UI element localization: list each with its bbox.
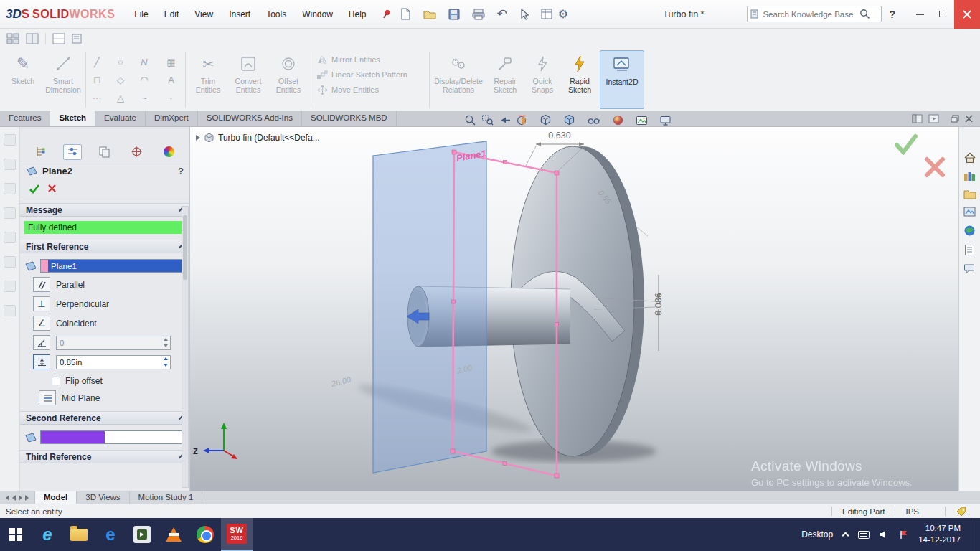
point-tool[interactable]: ⋯	[88, 89, 112, 107]
spline-tool[interactable]: N	[136, 53, 159, 71]
options-gear-icon[interactable]: ⚙	[556, 7, 577, 22]
tab-scroll-buttons[interactable]	[0, 491, 35, 504]
rapid-sketch-button[interactable]: Rapid Sketch	[560, 50, 600, 109]
quick-snaps-button[interactable]: Quick Snaps	[525, 50, 560, 109]
dimxpertmanager-tab[interactable]	[128, 144, 146, 160]
second-reference-selection-box[interactable]	[40, 430, 184, 444]
second-reference-header[interactable]: Second Reference	[20, 411, 189, 425]
confirm-ok-icon[interactable]	[894, 133, 918, 155]
undo-icon[interactable]: ↶	[495, 6, 516, 22]
fillet-tool[interactable]: ~	[136, 89, 159, 107]
zoom-fit-icon[interactable]	[463, 113, 478, 127]
line-tool[interactable]: ╱	[88, 53, 112, 71]
apply-scene-icon[interactable]	[634, 114, 656, 127]
pane-right-icon[interactable]	[928, 114, 939, 123]
show-hidden-icons-chevron[interactable]	[842, 532, 849, 540]
smart-dimension-button[interactable]: Smart Dimension	[43, 50, 83, 109]
custom-properties-icon[interactable]	[964, 244, 975, 256]
forum-icon[interactable]	[963, 263, 976, 274]
linear-pattern-button[interactable]: Linear Sketch Pattern	[314, 70, 427, 80]
left-toolbar-icon[interactable]	[4, 232, 16, 243]
left-toolbar-icon[interactable]	[4, 134, 16, 146]
open-icon[interactable]	[421, 7, 445, 21]
left-toolbar-icon[interactable]	[4, 207, 16, 219]
mirror-entities-button[interactable]: Mirror Entities	[314, 55, 427, 65]
tree-expand-icon[interactable]	[196, 135, 200, 141]
offset-distance-input[interactable]	[57, 356, 161, 369]
file-explorer-taskbar-icon[interactable]	[63, 518, 95, 551]
circle-tool[interactable]: ○	[112, 53, 136, 71]
pane-left-icon[interactable]	[912, 114, 923, 123]
left-toolbar-icon[interactable]	[4, 281, 16, 292]
convert-entities-button[interactable]: Convert Entities	[228, 50, 268, 109]
annotation-icon[interactable]	[70, 32, 87, 46]
viewports-icon[interactable]	[4, 32, 22, 46]
sketch-button[interactable]: ✎ Sketch	[3, 50, 43, 109]
tab-mbd[interactable]: SOLIDWORKS MBD	[302, 111, 397, 126]
minimize-button[interactable]	[908, 0, 931, 29]
offset-distance-field[interactable]	[56, 355, 171, 369]
taskbar-clock[interactable]: 10:47 PM 14-12-2017	[918, 523, 961, 545]
tab-motion-study[interactable]: Motion Study 1	[130, 491, 203, 504]
vlc-icon[interactable]	[158, 518, 189, 551]
panel-help-button[interactable]: ?	[178, 166, 184, 176]
view-settings-icon[interactable]	[658, 114, 679, 127]
tab-evaluate[interactable]: Evaluate	[95, 111, 146, 126]
tag-icon[interactable]	[956, 507, 967, 517]
confirm-cancel-icon[interactable]	[924, 156, 946, 178]
hide-show-items-icon[interactable]	[585, 114, 608, 126]
solidworks-taskbar-icon[interactable]: SW2016	[221, 518, 253, 551]
appearances-icon[interactable]	[963, 225, 976, 237]
close-button[interactable]	[954, 0, 980, 29]
search-input[interactable]	[761, 9, 857, 19]
select-cursor-icon[interactable]	[517, 7, 537, 22]
drawing-sheet-icon[interactable]	[50, 32, 67, 46]
show-desktop-button[interactable]	[971, 518, 974, 551]
pattern-tool[interactable]: ▦	[159, 53, 183, 71]
start-button[interactable]	[0, 518, 32, 551]
text-tool[interactable]: A	[159, 71, 183, 89]
featuremanager-tab[interactable]	[31, 144, 50, 160]
first-reference-selection-box[interactable]: Plane1	[40, 259, 184, 273]
mid-plane-option[interactable]: Mid Plane	[39, 390, 184, 405]
tab-dimxpert[interactable]: DimXpert	[146, 111, 198, 126]
internet-explorer-icon[interactable]: e	[32, 518, 63, 551]
coincident-option[interactable]: ∠ Coincident	[33, 316, 184, 331]
tab-addins[interactable]: SOLIDWORKS Add-Ins	[198, 111, 302, 126]
panel-scrollbar[interactable]	[182, 206, 189, 488]
left-toolbar-icon[interactable]	[4, 305, 16, 316]
home-icon[interactable]	[963, 151, 976, 164]
polygon-tool[interactable]: ◇	[112, 71, 136, 89]
offset-entities-button[interactable]: Offset Entities	[268, 50, 308, 109]
previous-view-icon[interactable]	[497, 113, 512, 127]
help-button[interactable]: ?	[889, 9, 895, 20]
selected-entity[interactable]: Plane1	[48, 260, 183, 272]
displaymanager-tab[interactable]	[160, 144, 179, 160]
flip-offset-option[interactable]: Flip offset	[52, 376, 184, 386]
ok-check-icon[interactable]	[29, 184, 40, 194]
volume-tray-icon[interactable]	[880, 530, 890, 539]
display-style-icon[interactable]	[562, 113, 583, 127]
rectangle-tool[interactable]: □	[88, 71, 112, 89]
design-library-icon[interactable]	[963, 171, 976, 182]
instant2d-button[interactable]: Instant2D	[600, 50, 644, 109]
cancel-x-icon[interactable]	[47, 184, 57, 193]
arc-tool[interactable]: ◠	[136, 71, 159, 89]
message-section-header[interactable]: Message	[20, 203, 189, 217]
tab-model[interactable]: Model	[35, 491, 77, 504]
left-toolbar-icon[interactable]	[4, 183, 16, 194]
menu-view[interactable]: View	[188, 6, 220, 22]
first-reference-header[interactable]: First Reference	[20, 240, 189, 253]
repair-sketch-button[interactable]: Repair Sketch	[485, 50, 525, 109]
zoom-area-icon[interactable]	[480, 113, 495, 127]
move-entities-button[interactable]: Move Entities	[314, 85, 427, 95]
menu-file[interactable]: File	[128, 6, 154, 22]
units-selector[interactable]: IPS	[905, 507, 919, 516]
desktop-label[interactable]: Desktop	[801, 529, 833, 540]
flyout-feature-tree[interactable]: Turbo fin (Default<<Defa...	[196, 133, 320, 143]
configurationmanager-tab[interactable]	[95, 144, 114, 160]
file-explorer-icon[interactable]	[963, 189, 976, 199]
parallel-option[interactable]: Parallel	[33, 277, 184, 292]
knowledge-search[interactable]	[747, 6, 882, 22]
chrome-icon[interactable]	[189, 518, 221, 551]
